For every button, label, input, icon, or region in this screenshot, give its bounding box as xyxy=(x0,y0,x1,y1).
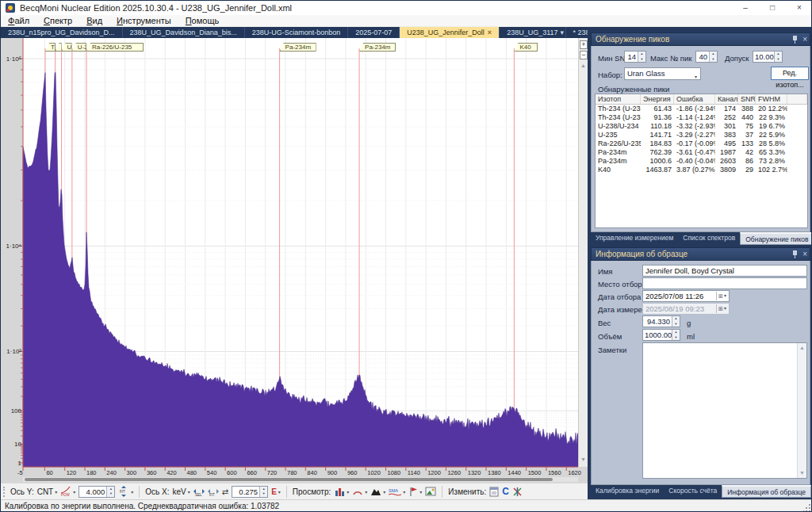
scroll-down-icon[interactable]: ▼ xyxy=(580,457,586,462)
zoom-in-button[interactable]: + xyxy=(580,40,588,49)
dock-tab-управление-измерением[interactable]: Управление измерением xyxy=(591,232,678,245)
pin-icon[interactable] xyxy=(792,250,798,258)
table-row[interactable]: Ra-226/U-235184.83-0.17 (-0.09%)49513328… xyxy=(596,139,807,148)
histogram-view-icon[interactable]: ▾ xyxy=(334,486,349,497)
cell: 1000.6 xyxy=(641,157,674,166)
toolbar-grip[interactable] xyxy=(3,487,6,497)
dock-tab-скорость-счёта[interactable]: Скорость счёта xyxy=(664,485,722,498)
sample-panel-header[interactable]: Информация об образце × xyxy=(591,247,810,261)
spectrum-plot[interactable]: ThU-U-2Ra-226/U-235Pa-234mPa-234mK40 1·1… xyxy=(1,38,588,483)
name-field[interactable]: Jennifer Doll, Boyd Crystal xyxy=(642,265,807,277)
x-unit-dropdown[interactable]: keV▾ xyxy=(173,487,190,496)
dock-tab-калибровка-энергии[interactable]: Калибровка энергии xyxy=(591,485,664,498)
edit-notes-icon[interactable] xyxy=(489,487,499,497)
spectrum-tab-0[interactable]: 238U_n15pro_UG_Davidson_D... xyxy=(1,27,123,38)
column-header-энергия[interactable]: Энергия xyxy=(641,94,674,104)
maximize-icon[interactable]: □ xyxy=(759,1,786,15)
tools-icon[interactable] xyxy=(512,487,523,497)
column-header-ошибка[interactable]: Ошибка xyxy=(674,94,715,104)
dock-tab-информация-об-образце[interactable]: Информация об образце xyxy=(722,485,811,498)
smooth-curve-icon[interactable]: ▾ xyxy=(352,486,367,497)
tab-overflow-chevron-icon[interactable]: ▾ xyxy=(560,27,564,38)
spectrum-tab-1[interactable]: 238U_UG_Davidson_Diana_bis... xyxy=(123,27,245,38)
filled-peaks-icon[interactable]: ▾ xyxy=(370,486,385,497)
y-pow-value-stepper[interactable]: 4.000 ▴▾ xyxy=(79,486,115,498)
cell: 73 2.8% xyxy=(756,157,787,166)
x-axis-tick-label: 300 xyxy=(127,469,137,476)
x-scale-icon[interactable]: ⇄ xyxy=(222,487,228,496)
peak-flag-K40[interactable]: K40 xyxy=(514,43,538,52)
x-value-stepper[interactable]: 0.275 ▴▾ xyxy=(232,486,268,498)
sma-smoothing-icon[interactable]: SMA▾ xyxy=(389,486,405,497)
scroll-up-icon[interactable]: ▲ xyxy=(580,63,586,68)
column-header-fwhm[interactable]: FWHM xyxy=(756,94,787,104)
reload-icon[interactable]: C xyxy=(502,486,509,497)
snapshot-icon[interactable] xyxy=(425,487,436,496)
spectrum-canvas[interactable] xyxy=(1,38,588,483)
edit-label: Изменить: xyxy=(448,487,486,496)
weight-stepper[interactable]: 94.330▴▾ xyxy=(642,315,680,327)
table-row[interactable]: U-238/U-234110.18-3.32 (-2.93%)3017519 6… xyxy=(596,122,807,131)
dock-tab-обнаружение-пиков[interactable]: Обнаружение пиков xyxy=(740,232,812,245)
dock-tab-список-спектров[interactable]: Список спектров xyxy=(678,232,740,245)
peak-flag-Ra-226/U-235[interactable]: Ra-226/U-235 xyxy=(86,43,144,52)
y-mode-dropdown[interactable]: CNT▾ xyxy=(37,487,58,496)
notes-textarea[interactable]: ▲▼ xyxy=(642,342,807,479)
x-axis-tick-label: 1500 xyxy=(528,469,542,476)
resize-grip[interactable] xyxy=(803,503,811,511)
cell: 102 2.7% xyxy=(756,166,787,174)
spectrum-tab-5[interactable]: 238U_UG_3117 xyxy=(500,27,565,38)
minimize-icon[interactable]: – xyxy=(732,1,759,15)
x-axis-tick-label: 1260 xyxy=(447,469,461,476)
sampling-date-field[interactable]: 2025/07/08 11:26 ⊞▾ xyxy=(642,290,730,302)
peak-flag-Pa-234m[interactable]: Pa-234m xyxy=(359,43,396,52)
isotope-set-select[interactable]: Uran Glass▾ xyxy=(624,67,701,80)
menu-item-помощь[interactable]: Помощь xyxy=(178,15,227,27)
notes-scrollbar[interactable]: ▲▼ xyxy=(797,343,806,478)
volume-stepper[interactable]: 1000.000▴▾ xyxy=(642,329,680,341)
table-row[interactable]: Th-234 (U-238)61.43-1.86 (-2.94%)1743882… xyxy=(596,105,807,113)
panel-close-icon[interactable]: × xyxy=(802,35,807,44)
peak-flag-Pa-234m[interactable]: Pa-234m xyxy=(280,43,316,52)
tolerance-stepper[interactable]: 10.00▴▾ xyxy=(753,51,783,63)
sampling-date-label: Дата отбора xyxy=(598,292,641,301)
max-peaks-stepper[interactable]: 40▴▾ xyxy=(695,51,718,63)
peak-panel-header[interactable]: Обнаружение пиков × xyxy=(591,32,810,46)
tab-close-icon[interactable]: × xyxy=(488,27,492,38)
spectrum-tab-3[interactable]: 2025-07-07 xyxy=(348,27,400,38)
y-pow-scale-icon[interactable]: POW▾ xyxy=(60,486,75,497)
scrollbar-thumb[interactable] xyxy=(25,478,553,481)
spectrum-tab-4[interactable]: U238_UG_Jennifer_Doll× xyxy=(400,27,500,38)
sampling-place-field[interactable] xyxy=(642,277,807,289)
table-row[interactable]: K401463.873.87 (0.27%)380929102 2.7% xyxy=(596,166,807,174)
menu-item-файл[interactable]: Файл xyxy=(1,15,36,27)
date-picker-icon[interactable]: ⊞▾ xyxy=(716,292,728,300)
svg-text:FIT: FIT xyxy=(209,493,215,497)
min-snr-stepper[interactable]: 14▴▾ xyxy=(624,51,646,63)
column-header-канал[interactable]: Канал xyxy=(715,94,738,104)
spectrum-tab-2[interactable]: 238U-UG-Sciamont-bonbon xyxy=(245,27,349,38)
y-fit-icon[interactable]: FIT▾ xyxy=(118,486,133,497)
table-row[interactable]: Pa-234m1000.6-0.40 (-0.04%)26038673 2.8% xyxy=(596,157,807,166)
menu-item-спектр[interactable]: Спектр xyxy=(36,15,79,27)
menu-item-вид[interactable]: Вид xyxy=(79,15,109,27)
plot-horizontal-scrollbar[interactable] xyxy=(23,477,578,482)
x-fit-icon[interactable]: FIT xyxy=(208,486,219,497)
peak-marker-icon[interactable]: ▾ xyxy=(408,486,422,497)
edit-isotopes-button[interactable]: Ред. изотоп... xyxy=(771,67,809,80)
close-icon[interactable]: × xyxy=(786,1,812,15)
table-row[interactable]: Pa-234m762.39-3.61 (-0.47%)19874265 3.3% xyxy=(596,148,807,157)
panel-close-icon[interactable]: × xyxy=(802,250,807,259)
x-axis-tick-label: 120 xyxy=(67,469,77,476)
table-row[interactable]: U-235141.71-3.29 (-2.27%)3833722 5.9% xyxy=(596,131,807,139)
table-row[interactable]: Th-234 (U-238)91.36-1.14 (-1.24%)2524402… xyxy=(596,113,807,122)
detected-peaks-table[interactable]: ИзотопЭнергияОшибкаКаналSNRFWHMTh-234 (U… xyxy=(595,94,808,228)
plot-vertical-scrollbar[interactable]: + − ▲ ▼ xyxy=(578,38,588,467)
column-header-snr[interactable]: SNR xyxy=(738,94,756,104)
menu-item-инструменты[interactable]: Инструменты xyxy=(109,15,178,27)
column-header-изотоп[interactable]: Изотоп xyxy=(596,94,641,104)
zoom-out-button[interactable]: − xyxy=(580,51,588,59)
energy-calibration-icon[interactable]: E▾ xyxy=(271,487,281,496)
pin-icon[interactable] xyxy=(792,35,798,44)
x-select-range-icon[interactable]: SEL xyxy=(193,486,205,497)
